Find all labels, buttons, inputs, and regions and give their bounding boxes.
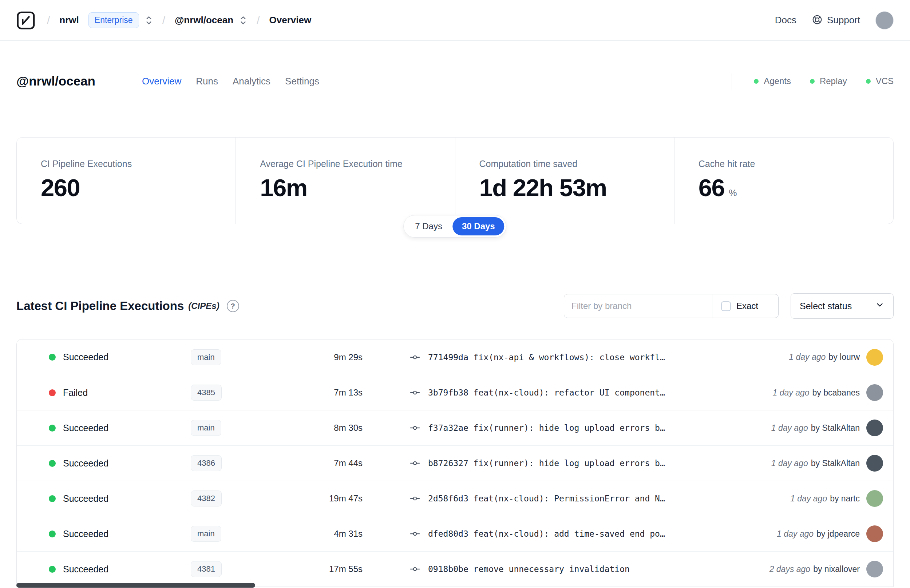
status-label: Succeeded — [63, 352, 108, 362]
branch-filter-input[interactable] — [564, 294, 712, 318]
status-cell: Failed — [49, 388, 191, 398]
commit-message: f37a32ae fix(runner): hide log upload er… — [428, 423, 665, 433]
stat-average-execution-time: Average CI Pipeline Execution time 16m — [236, 137, 455, 224]
relative-time: 1 day ago — [777, 529, 813, 539]
cipes-section-suffix: (CIPEs) — [188, 301, 219, 311]
avatar[interactable] — [866, 349, 883, 366]
table-row[interactable]: Succeeded main 9m 29s 771499da fix(nx-ap… — [17, 339, 893, 375]
branch-badge: 4382 — [191, 491, 221, 507]
duration: 7m 44s — [296, 458, 362, 468]
avatar[interactable] — [866, 455, 883, 472]
exact-checkbox[interactable] — [721, 301, 731, 311]
branch-cell: main — [191, 349, 296, 365]
tab-overview[interactable]: Overview — [142, 76, 181, 87]
table-row[interactable]: Succeeded main 8m 30s f37a32ae fix(runne… — [17, 410, 893, 445]
stat-label: Average CI Pipeline Execution time — [260, 158, 455, 169]
green-dot-icon — [810, 79, 815, 84]
exact-filter-toggle[interactable]: Exact — [712, 294, 779, 318]
meta-cell: 1 day ago by lourw — [789, 349, 883, 366]
breadcrumb-workspace[interactable]: @nrwl/ocean — [175, 15, 233, 26]
cipes-section-title: Latest CI Pipeline Executions — [16, 299, 184, 313]
lifebuoy-icon — [812, 14, 823, 27]
commit-message: 2d58f6d3 feat(nx-cloud): PermissionError… — [428, 494, 665, 503]
stat-cache-hit-rate: Cache hit rate 66 % — [674, 137, 893, 224]
breadcrumb-separator: / — [47, 14, 50, 27]
status-cell: Succeeded — [49, 352, 191, 362]
duration: 7m 13s — [296, 388, 362, 398]
avatar[interactable] — [866, 384, 883, 401]
relative-time: 1 day ago — [773, 388, 810, 398]
branch-cell: 4382 — [191, 491, 296, 507]
branch-badge: 4381 — [191, 561, 221, 577]
status-select-dropdown[interactable]: Select status — [790, 293, 894, 319]
status-vcs[interactable]: VCS — [866, 76, 894, 86]
help-icon[interactable]: ? — [227, 300, 239, 312]
tab-runs[interactable]: Runs — [196, 76, 218, 87]
range-30-days-button[interactable]: 30 Days — [453, 217, 504, 236]
duration: 19m 47s — [296, 493, 362, 504]
avatar[interactable] — [866, 561, 883, 577]
git-commit-icon — [410, 493, 420, 504]
stats-section: CI Pipeline Executions 260 Average CI Pi… — [16, 137, 894, 224]
status-replay[interactable]: Replay — [810, 76, 847, 86]
stat-label: Computation time saved — [479, 158, 674, 169]
commit-cell: 771499da fix(nx-api & workflows): close … — [410, 352, 782, 362]
stat-computation-time-saved: Computation time saved 1d 22h 53m — [455, 137, 674, 224]
tab-settings[interactable]: Settings — [285, 76, 319, 87]
status-cell: Succeeded — [49, 529, 191, 539]
table-row[interactable]: Succeeded main 4m 31s dfed80d3 feat(nx-c… — [17, 516, 893, 551]
stats-card-row: CI Pipeline Executions 260 Average CI Pi… — [16, 137, 894, 224]
avatar[interactable] — [866, 420, 883, 436]
commit-cell: 2d58f6d3 feat(nx-cloud): PermissionError… — [410, 493, 783, 504]
branch-cell: 4385 — [191, 384, 296, 401]
range-7-days-button[interactable]: 7 Days — [406, 217, 452, 236]
avatar[interactable] — [866, 490, 883, 507]
status-label: Succeeded — [63, 564, 108, 575]
status-replay-label: Replay — [820, 76, 847, 86]
status-label: Succeeded — [63, 529, 108, 539]
status-agents[interactable]: Agents — [754, 76, 791, 86]
table-row[interactable]: Succeeded 4382 19m 47s 2d58f6d3 feat(nx-… — [17, 481, 893, 516]
breadcrumb: / nrwl Enterprise / @nrwl/ocean / Overvi… — [16, 11, 311, 30]
nx-cloud-logo-icon[interactable] — [16, 11, 35, 30]
breadcrumb-separator: / — [162, 14, 165, 27]
cipes-controls: Exact Select status — [564, 293, 894, 319]
meta-cell: 1 day ago by nartc — [790, 490, 883, 507]
git-commit-icon — [410, 423, 420, 433]
org-switcher-chevron-icon[interactable] — [145, 15, 153, 26]
stat-suffix: % — [729, 188, 737, 198]
user-avatar[interactable] — [875, 11, 894, 29]
table-row[interactable]: Succeeded 4386 7m 44s b8726327 fix(runne… — [17, 445, 893, 481]
commit-message: dfed80d3 feat(nx-cloud): add time-saved … — [428, 529, 665, 538]
author: by jdpearce — [816, 529, 860, 539]
vertical-divider — [732, 73, 732, 89]
integration-statuses: Agents Replay VCS — [732, 73, 894, 89]
status-dot — [49, 530, 56, 538]
status-dot — [49, 460, 56, 467]
status-dot — [49, 354, 56, 360]
author: by bcabanes — [813, 388, 860, 398]
horizontal-scrollbar-thumb[interactable] — [16, 583, 255, 588]
support-link[interactable]: Support — [812, 14, 860, 27]
duration: 17m 55s — [296, 564, 362, 574]
table-row[interactable]: Succeeded 4381 17m 55s 0918b0be remove u… — [17, 551, 893, 586]
meta-cell: 1 day ago by StalkAltan — [771, 455, 883, 472]
breadcrumb-page: Overview — [269, 15, 311, 26]
tab-analytics[interactable]: Analytics — [233, 76, 270, 87]
support-label: Support — [827, 15, 860, 26]
stat-value: 1d 22h 53m — [479, 174, 607, 202]
docs-link[interactable]: Docs — [775, 15, 797, 26]
meta-cell: 1 day ago by jdpearce — [777, 525, 883, 542]
branch-badge: main — [191, 420, 221, 436]
breadcrumb-org[interactable]: nrwl — [59, 15, 79, 26]
commit-cell: 3b79fb38 feat(nx-cloud): refactor UI com… — [410, 388, 766, 398]
table-row[interactable]: Failed 4385 7m 13s 3b79fb38 feat(nx-clou… — [17, 375, 893, 410]
status-label: Failed — [63, 388, 88, 398]
commit-cell: 0918b0be remove unnecessary invalidation — [410, 564, 762, 574]
status-cell: Succeeded — [49, 564, 191, 575]
relative-time: 1 day ago — [790, 494, 827, 504]
avatar[interactable] — [866, 525, 883, 542]
branch-cell: 4386 — [191, 455, 296, 471]
workspace-switcher-chevron-icon[interactable] — [239, 15, 247, 26]
meta-cell: 1 day ago by bcabanes — [773, 384, 883, 401]
